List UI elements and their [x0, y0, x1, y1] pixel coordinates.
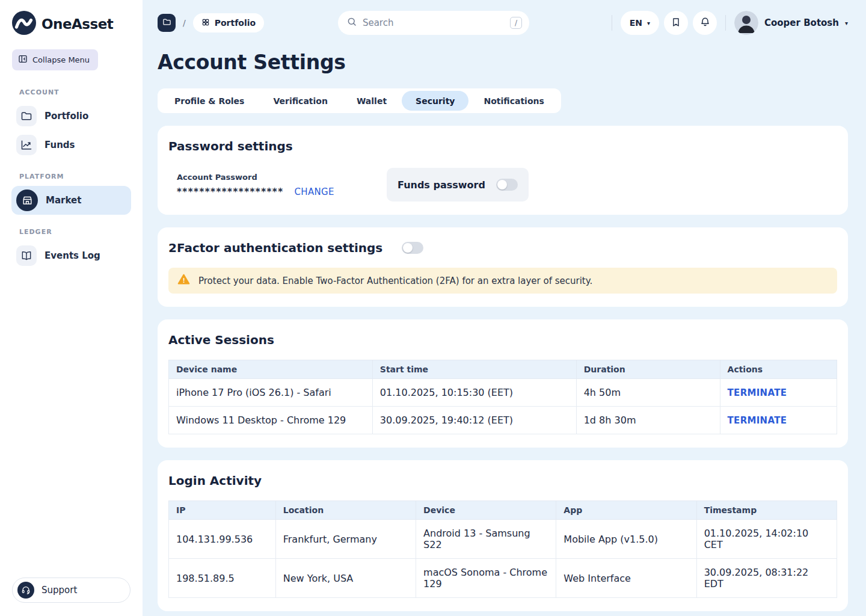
session-start: 01.10.2025, 10:15:30 (EET)	[372, 379, 576, 407]
password-settings-card: Password settings Account Password *****…	[158, 126, 848, 215]
brand-logo[interactable]: OneAsset	[0, 0, 143, 46]
breadcrumb-separator: /	[183, 18, 186, 28]
tab-profile-roles[interactable]: Profile & Roles	[161, 91, 258, 111]
two-factor-warning-text: Protect your data. Enable Two-Factor Aut…	[198, 276, 592, 286]
change-password-button[interactable]: CHANGE	[295, 186, 334, 197]
login-activity-row: 104.131.99.536 Frankfurt, Germany Androi…	[169, 520, 837, 559]
sidebar-item-label: Funds	[45, 140, 75, 150]
warning-icon	[177, 273, 190, 288]
sidebar-item-label: Portfolio	[45, 111, 88, 122]
column-header: Duration	[576, 360, 720, 379]
folder-icon	[16, 106, 37, 126]
active-sessions-table: Device name Start time Duration Actions …	[168, 360, 837, 434]
account-password-field: Account Password ******************* CHA…	[177, 173, 381, 197]
user-name: Cooper Botosh	[764, 17, 839, 28]
column-header: IP	[169, 501, 276, 520]
chart-line-icon	[16, 135, 37, 155]
tab-security[interactable]: Security	[402, 91, 468, 111]
login-app: Mobile App (v1.5.0)	[556, 520, 696, 559]
password-row: Account Password ******************* CHA…	[168, 168, 837, 202]
terminate-session-button[interactable]: TERMINATE	[728, 387, 787, 398]
collapse-menu-button[interactable]: Collapse Menu	[12, 49, 98, 70]
language-label: EN	[630, 18, 642, 28]
toggle-knob	[497, 180, 507, 189]
chevron-down-icon: ▾	[845, 20, 848, 26]
breadcrumb-home-button[interactable]	[158, 14, 176, 32]
login-device: macOS Sonoma - Chrome 129	[416, 559, 556, 598]
column-header: Device	[416, 501, 556, 520]
session-duration: 4h 50m	[576, 379, 720, 407]
sidebar-item-label: Market	[46, 195, 81, 206]
book-icon	[16, 245, 37, 266]
login-activity-row: 198.51.89.5 New York, USA macOS Sonoma -…	[169, 559, 837, 598]
table-header-row: IP Location Device App Timestamp	[169, 501, 837, 520]
session-start: 30.09.2025, 19:40:12 (EET)	[372, 407, 576, 434]
page-title: Account Settings	[158, 51, 848, 74]
login-activity-title: Login Activity	[168, 473, 837, 488]
chevron-down-icon: ▾	[647, 20, 650, 26]
login-activity-card: Login Activity IP Location Device App Ti…	[158, 460, 848, 611]
masked-password-value: *******************	[177, 186, 284, 197]
two-factor-title: 2Factor authentication settings	[168, 241, 382, 255]
search-icon	[346, 16, 357, 29]
sidebar-item-funds[interactable]: Funds	[11, 131, 131, 159]
tab-notifications[interactable]: Notifications	[470, 91, 557, 111]
login-ip: 104.131.99.536	[169, 520, 276, 559]
sidebar: OneAsset Collapse Menu ACCOUNT Portfolio	[0, 0, 143, 616]
storefront-icon	[16, 189, 38, 211]
column-header: App	[556, 501, 696, 520]
tab-wallet[interactable]: Wallet	[343, 91, 401, 111]
two-factor-card: 2Factor authentication settings Protect …	[158, 227, 848, 307]
column-header: Location	[275, 501, 416, 520]
column-header: Device name	[169, 360, 373, 379]
account-password-label: Account Password	[177, 173, 381, 182]
login-device: Android 13 - Samsung S22	[416, 520, 556, 559]
collapse-menu-label: Collapse Menu	[32, 55, 90, 64]
breadcrumb-portfolio-chip[interactable]: Portfolio	[193, 13, 264, 32]
grid-icon	[201, 18, 210, 28]
app-root: OneAsset Collapse Menu ACCOUNT Portfolio	[0, 0, 866, 616]
sidebar-item-market[interactable]: Market	[11, 186, 131, 215]
column-header: Start time	[372, 360, 576, 379]
notifications-button[interactable]	[693, 11, 717, 35]
password-settings-title: Password settings	[168, 139, 837, 153]
funds-password-toggle[interactable]	[496, 179, 518, 191]
user-menu[interactable]: Cooper Botosh ▾	[734, 11, 848, 35]
search-bar: /	[338, 11, 529, 35]
support-button[interactable]: Support	[12, 578, 131, 603]
session-duration: 1d 8h 30m	[576, 407, 720, 434]
bell-icon	[699, 16, 711, 29]
column-header: Timestamp	[696, 501, 837, 520]
login-ip: 198.51.89.5	[169, 559, 276, 598]
bookmark-button[interactable]	[664, 11, 688, 35]
login-location: Frankfurt, Germany	[275, 520, 416, 559]
folder-icon	[162, 17, 171, 28]
bookmark-icon	[671, 17, 681, 29]
language-selector[interactable]: EN ▾	[621, 11, 659, 35]
table-header-row: Device name Start time Duration Actions	[169, 360, 837, 379]
divider	[725, 15, 726, 31]
session-device: iPhone 17 Pro (iOS 26.1) - Safari	[169, 379, 373, 407]
main-content: / Portfolio /	[143, 0, 866, 616]
session-row: iPhone 17 Pro (iOS 26.1) - Safari 01.10.…	[169, 379, 837, 407]
funds-password-panel: Funds password	[387, 168, 529, 202]
toggle-knob	[403, 243, 413, 253]
sidebar-item-events-log[interactable]: Events Log	[11, 241, 131, 270]
two-factor-warning-banner: Protect your data. Enable Two-Factor Aut…	[168, 268, 837, 294]
two-factor-toggle[interactable]	[402, 242, 423, 254]
column-header: Actions	[720, 360, 837, 379]
login-timestamp: 01.10.2025, 14:02:10 CET	[696, 520, 837, 559]
login-location: New York, USA	[275, 559, 416, 598]
search-input[interactable]	[363, 17, 505, 28]
tab-verification[interactable]: Verification	[259, 91, 341, 111]
support-label: Support	[41, 585, 77, 596]
terminate-session-button[interactable]: TERMINATE	[728, 415, 787, 426]
login-activity-table: IP Location Device App Timestamp 104.131…	[168, 500, 837, 598]
collapse-panel-icon	[18, 54, 28, 66]
brand-name: OneAsset	[41, 16, 113, 32]
breadcrumb-current-label: Portfolio	[215, 18, 256, 28]
login-timestamp: 30.09.2025, 08:31:22 EDT	[696, 559, 837, 598]
topbar: / Portfolio /	[158, 8, 848, 37]
sidebar-item-portfolio[interactable]: Portfolio	[11, 102, 131, 131]
divider	[612, 15, 612, 31]
